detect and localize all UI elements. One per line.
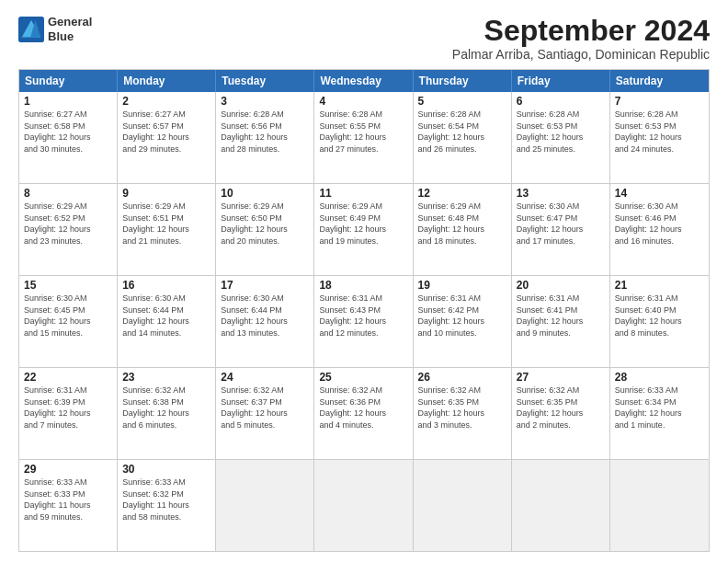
cell-info: Sunrise: 6:32 AM Sunset: 6:38 PM Dayligh… [122,385,210,431]
header: General Blue September 2024 Palmar Arrib… [18,15,710,62]
calendar-cell: 29Sunrise: 6:33 AM Sunset: 6:33 PM Dayli… [19,460,118,551]
cell-info: Sunrise: 6:30 AM Sunset: 6:44 PM Dayligh… [122,293,210,339]
cell-info: Sunrise: 6:32 AM Sunset: 6:35 PM Dayligh… [517,385,605,431]
day-number: 3 [221,95,309,108]
day-number: 13 [517,187,605,200]
calendar-cell: 27Sunrise: 6:32 AM Sunset: 6:35 PM Dayli… [512,368,610,459]
calendar: Sunday Monday Tuesday Wednesday Thursday… [18,69,710,552]
calendar-cell: 10Sunrise: 6:29 AM Sunset: 6:50 PM Dayli… [216,184,314,275]
calendar-cell: 17Sunrise: 6:30 AM Sunset: 6:44 PM Dayli… [216,276,314,367]
calendar-cell: 12Sunrise: 6:29 AM Sunset: 6:48 PM Dayli… [414,184,512,275]
day-number: 20 [517,279,605,292]
day-number: 1 [24,95,112,108]
day-number: 30 [122,463,210,476]
day-number: 9 [122,187,210,200]
calendar-cell: 3Sunrise: 6:28 AM Sunset: 6:56 PM Daylig… [216,92,314,183]
day-number: 21 [615,279,704,292]
calendar-row: 1Sunrise: 6:27 AM Sunset: 6:58 PM Daylig… [19,92,709,183]
cell-info: Sunrise: 6:31 AM Sunset: 6:41 PM Dayligh… [517,293,605,339]
calendar-cell: 23Sunrise: 6:32 AM Sunset: 6:38 PM Dayli… [118,368,216,459]
logo-line1: General [48,15,92,29]
calendar-cell: 18Sunrise: 6:31 AM Sunset: 6:43 PM Dayli… [314,276,413,367]
calendar-row: 8Sunrise: 6:29 AM Sunset: 6:52 PM Daylig… [19,183,709,275]
month-title: September 2024 [452,15,710,47]
day-number: 2 [122,95,210,108]
calendar-cell: 16Sunrise: 6:30 AM Sunset: 6:44 PM Dayli… [118,276,216,367]
day-number: 8 [24,187,112,200]
cell-info: Sunrise: 6:28 AM Sunset: 6:53 PM Dayligh… [517,109,605,155]
calendar-body: 1Sunrise: 6:27 AM Sunset: 6:58 PM Daylig… [19,92,709,551]
cell-info: Sunrise: 6:32 AM Sunset: 6:36 PM Dayligh… [319,385,407,431]
day-number: 7 [615,95,704,108]
cell-info: Sunrise: 6:28 AM Sunset: 6:55 PM Dayligh… [319,109,407,155]
calendar-cell: 2Sunrise: 6:27 AM Sunset: 6:57 PM Daylig… [118,92,216,183]
calendar-row: 29Sunrise: 6:33 AM Sunset: 6:33 PM Dayli… [19,459,709,551]
calendar-cell: 14Sunrise: 6:30 AM Sunset: 6:46 PM Dayli… [610,184,709,275]
day-number: 16 [122,279,210,292]
cell-info: Sunrise: 6:33 AM Sunset: 6:33 PM Dayligh… [24,477,112,523]
day-number: 28 [615,371,704,384]
calendar-cell [512,460,610,551]
calendar-cell: 28Sunrise: 6:33 AM Sunset: 6:34 PM Dayli… [610,368,709,459]
location-subtitle: Palmar Arriba, Santiago, Dominican Repub… [452,47,710,62]
cell-info: Sunrise: 6:31 AM Sunset: 6:42 PM Dayligh… [418,293,506,339]
day-number: 27 [517,371,605,384]
calendar-cell: 5Sunrise: 6:28 AM Sunset: 6:54 PM Daylig… [414,92,512,183]
cell-info: Sunrise: 6:30 AM Sunset: 6:46 PM Dayligh… [615,201,704,247]
logo-line2: Blue [48,29,92,44]
header-tuesday: Tuesday [216,70,314,92]
day-number: 19 [418,279,506,292]
day-number: 14 [615,187,704,200]
day-number: 5 [418,95,506,108]
cell-info: Sunrise: 6:27 AM Sunset: 6:57 PM Dayligh… [122,109,210,155]
calendar-cell: 4Sunrise: 6:28 AM Sunset: 6:55 PM Daylig… [314,92,413,183]
cell-info: Sunrise: 6:30 AM Sunset: 6:47 PM Dayligh… [517,201,605,247]
day-number: 4 [319,95,407,108]
day-number: 18 [319,279,407,292]
cell-info: Sunrise: 6:32 AM Sunset: 6:37 PM Dayligh… [221,385,309,431]
calendar-cell: 25Sunrise: 6:32 AM Sunset: 6:36 PM Dayli… [314,368,413,459]
day-number: 26 [418,371,506,384]
header-wednesday: Wednesday [314,70,413,92]
day-number: 23 [122,371,210,384]
day-number: 29 [24,463,112,476]
calendar-cell: 6Sunrise: 6:28 AM Sunset: 6:53 PM Daylig… [512,92,610,183]
cell-info: Sunrise: 6:29 AM Sunset: 6:52 PM Dayligh… [24,201,112,247]
cell-info: Sunrise: 6:31 AM Sunset: 6:43 PM Dayligh… [319,293,407,339]
header-thursday: Thursday [414,70,512,92]
calendar-cell: 15Sunrise: 6:30 AM Sunset: 6:45 PM Dayli… [19,276,118,367]
cell-info: Sunrise: 6:33 AM Sunset: 6:32 PM Dayligh… [122,477,210,523]
cell-info: Sunrise: 6:29 AM Sunset: 6:49 PM Dayligh… [319,201,407,247]
header-friday: Friday [512,70,610,92]
cell-info: Sunrise: 6:29 AM Sunset: 6:51 PM Dayligh… [122,201,210,247]
page: General Blue September 2024 Palmar Arrib… [0,0,728,563]
logo: General Blue [18,15,92,43]
calendar-cell: 30Sunrise: 6:33 AM Sunset: 6:32 PM Dayli… [118,460,216,551]
cell-info: Sunrise: 6:29 AM Sunset: 6:48 PM Dayligh… [418,201,506,247]
calendar-cell: 8Sunrise: 6:29 AM Sunset: 6:52 PM Daylig… [19,184,118,275]
calendar-cell [314,460,413,551]
title-block: September 2024 Palmar Arriba, Santiago, … [452,15,710,62]
calendar-cell [216,460,314,551]
cell-info: Sunrise: 6:28 AM Sunset: 6:53 PM Dayligh… [615,109,704,155]
calendar-cell: 19Sunrise: 6:31 AM Sunset: 6:42 PM Dayli… [414,276,512,367]
header-monday: Monday [118,70,216,92]
calendar-row: 22Sunrise: 6:31 AM Sunset: 6:39 PM Dayli… [19,367,709,459]
day-number: 17 [221,279,309,292]
day-number: 15 [24,279,112,292]
cell-info: Sunrise: 6:27 AM Sunset: 6:58 PM Dayligh… [24,109,112,155]
calendar-row: 15Sunrise: 6:30 AM Sunset: 6:45 PM Dayli… [19,275,709,367]
calendar-cell: 11Sunrise: 6:29 AM Sunset: 6:49 PM Dayli… [314,184,413,275]
day-number: 12 [418,187,506,200]
calendar-cell: 20Sunrise: 6:31 AM Sunset: 6:41 PM Dayli… [512,276,610,367]
calendar-header: Sunday Monday Tuesday Wednesday Thursday… [19,70,709,92]
calendar-cell: 21Sunrise: 6:31 AM Sunset: 6:40 PM Dayli… [610,276,709,367]
cell-info: Sunrise: 6:32 AM Sunset: 6:35 PM Dayligh… [418,385,506,431]
cell-info: Sunrise: 6:33 AM Sunset: 6:34 PM Dayligh… [615,385,704,431]
day-number: 25 [319,371,407,384]
logo-text: General Blue [48,15,92,43]
day-number: 6 [517,95,605,108]
cell-info: Sunrise: 6:28 AM Sunset: 6:54 PM Dayligh… [418,109,506,155]
calendar-cell: 13Sunrise: 6:30 AM Sunset: 6:47 PM Dayli… [512,184,610,275]
calendar-cell: 9Sunrise: 6:29 AM Sunset: 6:51 PM Daylig… [118,184,216,275]
